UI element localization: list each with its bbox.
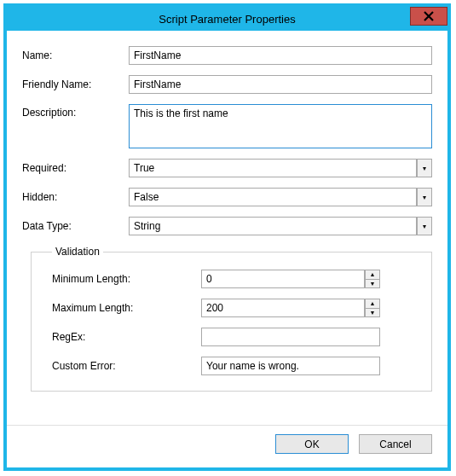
- close-icon: [424, 11, 434, 21]
- max-length-stepper[interactable]: ▲ ▼: [201, 299, 380, 317]
- regex-input[interactable]: [201, 328, 380, 346]
- spin-up-icon[interactable]: ▲: [366, 299, 379, 309]
- custom-error-label: Custom Error:: [52, 360, 201, 372]
- validation-group: Validation Minimum Length: ▲ ▼ Maximum L…: [31, 246, 432, 392]
- chevron-down-icon[interactable]: ▾: [417, 159, 432, 177]
- friendly-name-input[interactable]: [129, 75, 432, 94]
- dialog-window: Script Parameter Properties Name: Friend…: [3, 3, 451, 471]
- description-label: Description:: [22, 104, 129, 119]
- min-length-label: Minimum Length:: [52, 273, 201, 285]
- custom-error-input[interactable]: [201, 357, 380, 375]
- name-input[interactable]: [129, 46, 432, 65]
- hidden-select[interactable]: ▾: [129, 188, 432, 206]
- spin-up-icon[interactable]: ▲: [366, 270, 379, 280]
- titlebar: Script Parameter Properties: [7, 7, 447, 31]
- datatype-label: Data Type:: [22, 220, 129, 232]
- dialog-content: Name: Friendly Name: Description: Requir…: [7, 31, 447, 425]
- hidden-label: Hidden:: [22, 191, 129, 203]
- min-length-input[interactable]: [201, 270, 365, 288]
- chevron-down-icon[interactable]: ▾: [417, 217, 432, 235]
- name-label: Name:: [22, 49, 129, 61]
- regex-label: RegEx:: [52, 331, 201, 343]
- required-select[interactable]: ▾: [129, 159, 432, 177]
- window-title: Script Parameter Properties: [159, 13, 295, 26]
- max-length-label: Maximum Length:: [52, 302, 201, 314]
- close-button[interactable]: [410, 7, 447, 26]
- max-length-input[interactable]: [201, 299, 365, 317]
- datatype-select[interactable]: ▾: [129, 217, 432, 235]
- friendly-name-label: Friendly Name:: [22, 78, 129, 90]
- validation-legend: Validation: [52, 246, 103, 258]
- spin-down-icon[interactable]: ▼: [366, 309, 379, 317]
- required-value[interactable]: [129, 159, 417, 177]
- spin-down-icon[interactable]: ▼: [366, 280, 379, 288]
- datatype-value[interactable]: [129, 217, 417, 235]
- ok-button[interactable]: OK: [275, 434, 349, 454]
- cancel-button[interactable]: Cancel: [359, 434, 432, 454]
- hidden-value[interactable]: [129, 188, 417, 206]
- required-label: Required:: [22, 162, 129, 174]
- chevron-down-icon[interactable]: ▾: [417, 188, 432, 206]
- button-bar: OK Cancel: [7, 425, 447, 467]
- min-length-stepper[interactable]: ▲ ▼: [201, 270, 380, 288]
- description-textarea[interactable]: [129, 104, 432, 148]
